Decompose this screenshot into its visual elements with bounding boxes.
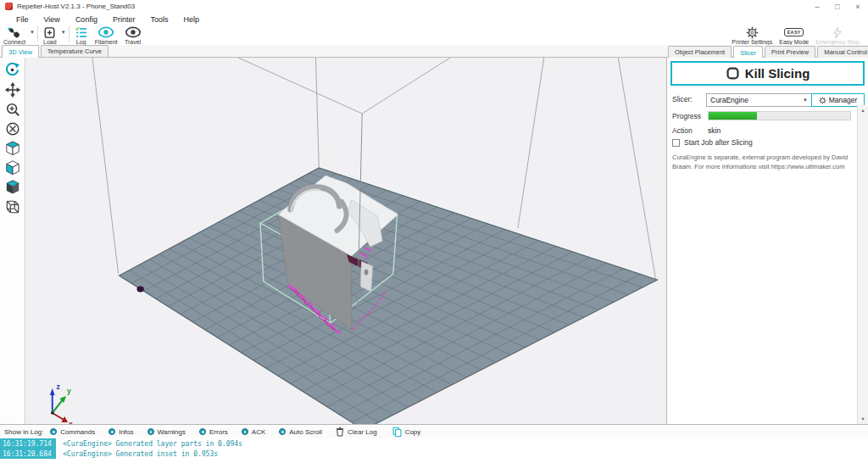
front-view-button[interactable] bbox=[2, 158, 24, 177]
filament-label: Filament bbox=[95, 39, 118, 45]
printer-settings-label: Printer Settings bbox=[732, 39, 772, 45]
titlebar: Repetier-Host V2.1.3 - Phone_Stand03 – □… bbox=[0, 0, 868, 13]
isometric-view-button[interactable] bbox=[2, 138, 24, 158]
log-toggle-warnings[interactable]: Warnings bbox=[147, 428, 186, 436]
log-toggle-autoscroll[interactable]: Auto Scroll bbox=[279, 428, 322, 436]
svg-text:y: y bbox=[67, 387, 71, 395]
tab-object-placement[interactable]: Object Placement bbox=[668, 46, 732, 58]
log-message: <CuraEngine> Generated layer parts in 0.… bbox=[56, 440, 242, 448]
log-timestamp: 16:31:20.684 bbox=[0, 449, 56, 459]
copy-log-button[interactable]: Copy bbox=[392, 427, 421, 438]
load-button[interactable]: Load bbox=[40, 25, 60, 45]
log-icon bbox=[75, 26, 88, 38]
tab-temperature-curve[interactable]: Temperature Curve bbox=[41, 45, 108, 57]
minimize-button[interactable]: – bbox=[807, 0, 827, 13]
app-icon bbox=[5, 3, 13, 10]
view-tool-strip bbox=[0, 58, 25, 424]
menu-help[interactable]: Help bbox=[175, 13, 207, 25]
load-label: Load bbox=[43, 39, 57, 45]
slicer-description: CuraEngine is separate, external program… bbox=[672, 153, 849, 172]
magnifier-icon bbox=[5, 102, 20, 117]
connect-label: Connect bbox=[3, 39, 25, 45]
clear-log-button[interactable]: Clear Log bbox=[336, 427, 377, 437]
gear-icon bbox=[819, 97, 826, 104]
menu-tools[interactable]: Tools bbox=[142, 13, 175, 25]
log-timestamp: 16:31:19.714 bbox=[0, 438, 56, 449]
main-toolbar: Connect ▼ Load ▼ Log Filament bbox=[0, 25, 868, 45]
repetier-host-window: Repetier-Host V2.1.3 - Phone_Stand03 – □… bbox=[0, 0, 868, 463]
emergency-stop-button: Emergency Stop bbox=[812, 25, 863, 45]
printer-settings-button[interactable]: Printer Settings bbox=[728, 25, 776, 45]
easy-mode-label: Easy Mode bbox=[779, 39, 809, 45]
log-toggle-infos[interactable]: Infos bbox=[108, 428, 133, 436]
toolbar-separator bbox=[69, 26, 70, 42]
show-in-log-label: Show in Log: bbox=[4, 428, 43, 436]
scroll-up-arrow[interactable]: ▲ bbox=[858, 105, 868, 115]
center-view-button[interactable] bbox=[2, 119, 24, 138]
kill-slicing-button[interactable]: Kill Slicing bbox=[670, 61, 865, 86]
slicer-select-value: CuraEngine bbox=[710, 96, 748, 104]
log-label: Log bbox=[76, 39, 86, 45]
menu-view[interactable]: View bbox=[36, 13, 68, 25]
travel-toggle-button[interactable]: Travel bbox=[121, 25, 145, 45]
chevron-down-icon: ▼ bbox=[803, 98, 808, 103]
top-view-button[interactable] bbox=[2, 177, 24, 197]
panel-scrollbar[interactable]: ▲ ▼ bbox=[857, 105, 868, 424]
tab-3d-view[interactable]: 3D View bbox=[2, 45, 39, 58]
tab-row: 3D View Temperature Curve Object Placeme… bbox=[0, 45, 868, 58]
log-toggle-errors[interactable]: Errors bbox=[199, 428, 228, 436]
travel-eye-icon bbox=[125, 26, 142, 38]
scroll-down-arrow[interactable]: ▼ bbox=[858, 414, 868, 424]
start-job-label: Start Job after Slicing bbox=[684, 138, 753, 147]
action-label: Action bbox=[672, 126, 693, 135]
rotate-icon bbox=[4, 62, 20, 78]
menu-config[interactable]: Config bbox=[68, 13, 105, 25]
menu-printer[interactable]: Printer bbox=[105, 13, 143, 25]
zoom-view-button[interactable] bbox=[2, 99, 24, 119]
tab-slicer[interactable]: Slicer bbox=[733, 46, 763, 59]
manager-label: Manager bbox=[829, 96, 858, 104]
start-job-checkbox[interactable] bbox=[672, 139, 680, 147]
connect-button[interactable]: Connect bbox=[0, 25, 29, 45]
center-icon bbox=[5, 121, 20, 137]
front-cube-icon bbox=[5, 159, 20, 176]
stray-object-dot[interactable] bbox=[137, 287, 144, 292]
log-row: 16:31:19.714 <CuraEngine> Generated laye… bbox=[0, 438, 868, 449]
connect-icon bbox=[7, 26, 22, 38]
slicer-label: Slicer: bbox=[672, 95, 693, 103]
load-dropdown[interactable]: ▼ bbox=[60, 25, 67, 39]
log-toggle-button[interactable]: Log bbox=[71, 25, 92, 45]
filament-eye-icon bbox=[97, 26, 114, 38]
log-output[interactable]: 16:31:19.714 <CuraEngine> Generated laye… bbox=[0, 438, 868, 463]
tab-manual-control[interactable]: Manual Control bbox=[817, 46, 868, 58]
menu-file[interactable]: File bbox=[8, 13, 36, 25]
log-toggle-ack[interactable]: ACK bbox=[242, 428, 265, 436]
filament-toggle-button[interactable]: Filament bbox=[92, 25, 121, 45]
stop-icon bbox=[726, 66, 740, 81]
close-button[interactable]: × bbox=[848, 0, 868, 13]
viewport-3d[interactable]: z y x bbox=[25, 58, 666, 424]
perspective-cube-icon bbox=[5, 199, 20, 215]
window-title: Repetier-Host V2.1.3 - Phone_Stand03 bbox=[17, 3, 135, 10]
gear-icon bbox=[746, 26, 759, 38]
slicer-panel: Kill Slicing Slicer: CuraEngine ▼ Manage… bbox=[666, 58, 868, 424]
trash-icon bbox=[336, 427, 344, 437]
toggle-dot-icon bbox=[199, 428, 206, 435]
rotate-view-button[interactable] bbox=[2, 60, 24, 80]
travel-label: Travel bbox=[125, 39, 141, 45]
move-view-button[interactable] bbox=[2, 80, 24, 99]
slicer-select[interactable]: CuraEngine ▼ bbox=[706, 93, 812, 107]
iso-cube-icon bbox=[5, 140, 20, 156]
log-row: 16:31:20.684 <CuraEngine> Generated inse… bbox=[0, 449, 868, 459]
connect-dropdown[interactable]: ▼ bbox=[29, 25, 36, 39]
perspective-toggle-button[interactable] bbox=[2, 197, 24, 216]
lightning-icon bbox=[832, 26, 843, 38]
log-toggle-commands[interactable]: Commands bbox=[50, 428, 95, 436]
toggle-dot-icon bbox=[147, 428, 154, 435]
toggle-dot-icon bbox=[108, 428, 115, 435]
maximize-button[interactable]: □ bbox=[827, 0, 848, 13]
easy-mode-button[interactable]: EASY Easy Mode bbox=[776, 25, 812, 45]
tab-print-preview[interactable]: Print Preview bbox=[765, 46, 815, 58]
log-toolbar: Show in Log: Commands Infos Warnings Err… bbox=[0, 424, 868, 438]
move-icon bbox=[5, 82, 20, 98]
